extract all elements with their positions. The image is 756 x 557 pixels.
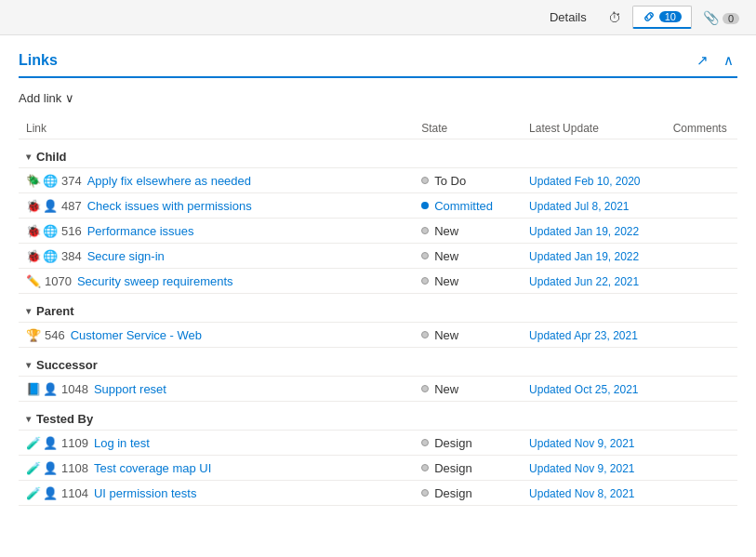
link-cell: 🐞🌐 516 Performance issues [19, 219, 414, 244]
update-cell: Updated Jul 8, 2021 [522, 193, 666, 219]
group-toggle-parent[interactable]: ▾ Parent [26, 304, 73, 318]
update-cell: Updated Feb 10, 2020 [522, 168, 666, 193]
state-cell: Design [414, 456, 522, 481]
item-type-icon: 🌐 [43, 223, 58, 238]
state-label: Committed [434, 199, 493, 213]
state-label: Design [434, 436, 471, 450]
state-label: New [434, 382, 458, 396]
item-title-link[interactable]: Check issues with permissions [87, 199, 252, 213]
group-row: ▾ Parent [19, 294, 737, 323]
collapse-button[interactable]: ∧ [720, 50, 737, 71]
table-row: 🏆 546 Customer Service - Web New Updated… [19, 323, 737, 348]
state-dot [421, 439, 429, 446]
link-cell: 🪲🌐 374 Apply fix elsewhere as needed [19, 168, 414, 193]
update-cell: Updated Nov 9, 2021 [522, 431, 666, 456]
state-dot [421, 277, 429, 285]
attachment-count-badge: 0 [723, 13, 739, 24]
item-title-link[interactable]: Apply fix elsewhere as needed [87, 174, 251, 188]
table-row: 📘👤 1048 Support reset New Updated Oct 25… [19, 377, 737, 402]
item-type-icon: 🧪 [26, 485, 41, 500]
group-chevron: ▾ [26, 306, 31, 316]
item-id: 1108 [61, 461, 88, 475]
link-cell: ✏️ 1070 Security sweep requirements [19, 269, 414, 294]
update-text: Updated Nov 9, 2021 [529, 437, 634, 450]
attachment-tab[interactable]: 📎 0 [697, 7, 745, 29]
item-title-link[interactable]: Security sweep requirements [77, 274, 233, 288]
state-cell: Design [414, 431, 522, 456]
comments-cell [666, 219, 737, 244]
icon-group: 🧪👤 [26, 435, 58, 450]
item-type-icon: 🪲 [26, 173, 41, 188]
link-cell: 🧪👤 1109 Log in test [19, 431, 414, 456]
update-text: Updated Jun 22, 2021 [529, 275, 639, 288]
collapse-icon: ∧ [723, 52, 734, 68]
group-toggle-child[interactable]: ▾ Child [26, 150, 67, 164]
group-chevron: ▾ [26, 360, 31, 370]
item-type-icon: 🧪 [26, 435, 41, 450]
item-type-icon: 🐞 [26, 248, 41, 263]
group-name: Successor [36, 358, 98, 372]
col-header-state: State [414, 118, 522, 139]
table-row: 🐞🌐 384 Secure sign-in New Updated Jan 19… [19, 244, 737, 269]
links-count-badge: 10 [659, 11, 682, 22]
table-row: 🧪👤 1104 UI permission tests Design Updat… [19, 481, 737, 506]
details-tab[interactable]: Details [539, 6, 597, 29]
item-type-icon: 👤 [43, 435, 58, 450]
icon-group: ✏️ [26, 273, 41, 288]
update-text: Updated Apr 23, 2021 [529, 329, 638, 342]
item-type-icon: 📘 [26, 381, 41, 396]
item-title-link[interactable]: Performance issues [87, 224, 194, 238]
group-toggle-tested by[interactable]: ▾ Tested By [26, 412, 93, 426]
item-title-link[interactable]: Log in test [94, 436, 150, 450]
comments-cell [666, 481, 737, 506]
add-link-chevron: ∨ [65, 91, 74, 105]
item-title-link[interactable]: UI permission tests [94, 486, 197, 500]
state-label: New [434, 274, 458, 288]
top-bar: Details ⏱ 10 📎 0 [0, 0, 756, 35]
icon-group: 🧪👤 [26, 460, 58, 475]
icon-group: 🐞🌐 [26, 248, 58, 263]
history-tab[interactable]: ⏱ [603, 7, 627, 29]
comments-cell [666, 269, 737, 294]
table-row: 🐞🌐 516 Performance issues New Updated Ja… [19, 219, 737, 244]
update-text: Updated Nov 8, 2021 [529, 487, 634, 500]
state-cell: New [414, 269, 522, 294]
links-tab[interactable]: 10 [632, 6, 692, 29]
item-type-icon: 🌐 [43, 248, 58, 263]
link-cell: 🧪👤 1108 Test coverage map UI [19, 456, 414, 481]
update-cell: Updated Apr 23, 2021 [522, 323, 666, 348]
item-id: 374 [61, 174, 82, 188]
state-cell: New [414, 377, 522, 402]
comments-cell [666, 193, 737, 219]
group-toggle-successor[interactable]: ▾ Successor [26, 358, 98, 372]
item-title-link[interactable]: Secure sign-in [87, 249, 165, 263]
state-cell: New [414, 244, 522, 269]
links-table: Link State Latest Update Comments ▾ Chil… [19, 118, 737, 506]
details-label: Details [550, 10, 587, 24]
update-cell: Updated Oct 25, 2021 [522, 377, 666, 402]
link-cell: 🐞🌐 384 Secure sign-in [19, 244, 414, 269]
group-cell: ▾ Successor [19, 348, 737, 377]
table-row: 🧪👤 1109 Log in test Design Updated Nov 9… [19, 431, 737, 456]
add-link-button[interactable]: Add link ∨ [19, 89, 74, 107]
state-cell: New [414, 219, 522, 244]
update-cell: Updated Jan 19, 2022 [522, 244, 666, 269]
item-title-link[interactable]: Support reset [94, 382, 166, 396]
item-id: 546 [45, 328, 65, 342]
update-text: Updated Jan 19, 2022 [529, 250, 639, 263]
header-actions: ↗ ∧ [693, 50, 737, 71]
update-cell: Updated Nov 9, 2021 [522, 456, 666, 481]
comments-cell [666, 431, 737, 456]
item-id: 384 [61, 249, 82, 263]
item-type-icon: 👤 [43, 381, 58, 396]
item-id: 487 [61, 199, 82, 213]
update-cell: Updated Jun 22, 2021 [522, 269, 666, 294]
link-cell: 📘👤 1048 Support reset [19, 377, 414, 402]
item-title-link[interactable]: Customer Service - Web [71, 328, 202, 342]
expand-button[interactable]: ↗ [693, 50, 712, 71]
group-name: Child [36, 150, 67, 164]
col-header-update: Latest Update [522, 118, 666, 139]
item-title-link[interactable]: Test coverage map UI [94, 461, 211, 475]
add-link-label: Add link [19, 91, 61, 105]
state-dot [421, 202, 429, 209]
